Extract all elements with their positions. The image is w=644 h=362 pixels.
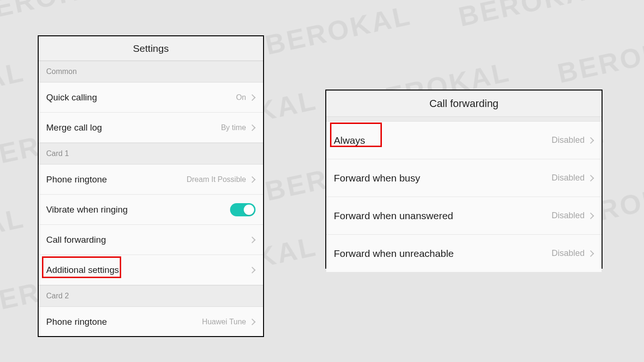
row-value: Disabled <box>552 173 585 183</box>
chevron-right-icon <box>249 94 256 100</box>
chevron-right-icon <box>587 212 594 219</box>
row-value: Huawei Tune <box>202 318 246 326</box>
chevron-right-icon <box>587 174 594 181</box>
settings-panel: Settings Common Quick calling On Merge c… <box>38 35 264 337</box>
row-label: Quick calling <box>46 92 97 103</box>
row-phone-ringtone-2[interactable]: Phone ringtone Huawei Tune <box>39 307 263 337</box>
row-vibrate-when-ringing[interactable]: Vibrate when ringing <box>39 195 263 225</box>
row-label: Forward when busy <box>334 173 420 184</box>
section-card2: Card 2 <box>39 285 263 307</box>
row-value: By time <box>221 123 246 132</box>
row-forward-when-busy[interactable]: Forward when busy Disabled <box>326 159 602 197</box>
row-label: Merge call log <box>46 123 102 133</box>
row-value: Disabled <box>552 135 585 145</box>
row-label: Always <box>334 135 365 146</box>
row-label: Call forwarding <box>46 235 106 245</box>
row-forward-when-unanswered[interactable]: Forward when unanswered Disabled <box>326 197 602 235</box>
row-phone-ringtone-1[interactable]: Phone ringtone Dream It Possible <box>39 165 263 195</box>
section-common: Common <box>39 61 263 82</box>
row-value: Disabled <box>552 248 585 258</box>
row-always[interactable]: Always Disabled <box>326 122 602 159</box>
row-value: Dream It Possible <box>187 175 246 184</box>
chevron-right-icon <box>249 176 256 182</box>
chevron-right-icon <box>587 137 594 143</box>
row-label: Vibrate when ringing <box>46 205 128 215</box>
vibrate-toggle[interactable] <box>230 203 256 216</box>
call-forwarding-title: Call forwarding <box>326 90 602 117</box>
chevron-right-icon <box>249 266 256 273</box>
chevron-right-icon <box>587 250 594 256</box>
row-value: Disabled <box>552 211 585 221</box>
row-call-forwarding[interactable]: Call forwarding <box>39 225 263 255</box>
section-card1: Card 1 <box>39 143 263 165</box>
row-label: Forward when unreachable <box>334 248 454 259</box>
row-forward-when-unreachable[interactable]: Forward when unreachable Disabled <box>326 235 602 272</box>
call-forwarding-panel: Call forwarding Always Disabled Forward … <box>325 90 603 269</box>
row-merge-call-log[interactable]: Merge call log By time <box>39 113 263 143</box>
row-label: Phone ringtone <box>46 317 107 327</box>
settings-title: Settings <box>39 36 263 61</box>
chevron-right-icon <box>249 124 256 131</box>
chevron-right-icon <box>249 236 256 243</box>
chevron-right-icon <box>249 318 256 325</box>
row-label: Additional settings <box>46 265 119 275</box>
row-additional-settings[interactable]: Additional settings <box>39 255 263 285</box>
row-value: On <box>236 93 246 102</box>
section-spacer <box>326 117 602 122</box>
row-quick-calling[interactable]: Quick calling On <box>39 82 263 113</box>
row-label: Phone ringtone <box>46 174 107 185</box>
row-label: Forward when unanswered <box>334 210 453 222</box>
